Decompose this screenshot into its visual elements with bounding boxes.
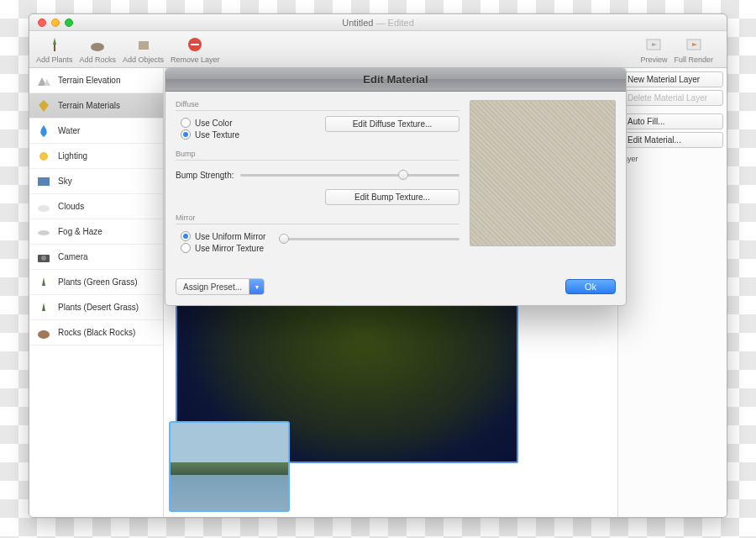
preview-button[interactable]: Preview [640,34,667,64]
toolbar: Add Plants Add Rocks Add Objects Remove … [29,31,727,68]
sidebar-item-label: Fog & Haze [58,227,102,236]
texture-preview [470,100,616,246]
title-subtext: — Edited [376,18,414,28]
preview-thumbnail[interactable] [169,421,290,512]
delete-material-button[interactable]: Delete Material Layer [622,90,723,106]
add-rocks-label: Add Rocks [80,55,117,64]
remove-layer-label: Remove Layer [171,55,220,64]
objects-icon [134,34,154,55]
render-icon [684,34,704,55]
sidebar-item-clouds[interactable]: Clouds [29,194,163,219]
layer-section-label: ayer [623,155,723,163]
svg-rect-13 [38,177,50,186]
sidebar-item-water[interactable]: Water [29,119,163,144]
sun-icon [34,147,53,166]
bump-group: Bump Bump Strength: Edit Bump Texture... [176,150,459,205]
preview-icon [643,34,664,55]
rocks-icon [87,34,108,55]
sidebar-item-fog-haze[interactable]: Fog & Haze [29,219,163,245]
sidebar-item-label: Clouds [58,202,84,211]
add-rocks-button[interactable]: Add Rocks [80,34,117,64]
plants-icon [45,34,65,55]
mountain-icon [34,71,53,90]
remove-icon [185,34,205,55]
use-mirror-texture-radio[interactable]: Use Mirror Texture [181,243,265,253]
add-plants-button[interactable]: Add Plants [36,34,73,64]
mirror-group: Mirror Use Uniform Mirror Use Mirror Tex… [176,214,459,255]
mirror-amount-slider[interactable] [279,233,459,245]
sidebar-item-camera[interactable]: Camera [29,245,163,270]
window-title: Untitled — Edited [29,18,727,28]
svg-marker-11 [39,100,49,112]
preview-label: Preview [640,55,667,64]
plant-icon [34,298,53,317]
cloud-icon [34,198,53,216]
diffuse-group: Diffuse Use Color Use Texture Edit Diffu… [176,100,459,141]
svg-rect-4 [191,44,199,45]
add-objects-label: Add Objects [123,55,164,64]
svg-point-1 [91,43,104,51]
camera-icon [34,248,53,266]
auto-fill-button[interactable]: Auto Fill... [622,113,723,129]
sidebar-item-plants-desert-grass-[interactable]: Plants (Desert Grass) [29,295,163,320]
svg-rect-0 [54,45,55,51]
bump-strength-slider[interactable] [240,169,459,181]
full-render-button[interactable]: Full Render [674,34,713,64]
sidebar-item-sky[interactable]: Sky [29,169,163,194]
full-render-label: Full Render [674,55,713,64]
sidebar-item-label: Plants (Desert Grass) [58,303,139,312]
plant-icon [34,273,53,292]
mirror-label: Mirror [176,214,459,224]
svg-rect-2 [139,41,149,50]
bump-strength-label: Bump Strength: [176,171,234,180]
titlebar: Untitled — Edited [29,14,727,31]
sidebar-item-label: Terrain Elevation [58,76,120,85]
sidebar: Terrain ElevationTerrain MaterialsWaterL… [29,68,164,517]
thumbnails [169,421,290,512]
chevron-down-icon: ▾ [249,279,264,294]
bump-label: Bump [176,150,459,161]
sidebar-item-plants-green-grass-[interactable]: Plants (Green Grass) [29,270,163,295]
remove-layer-button[interactable]: Remove Layer [171,34,220,64]
sky-icon [34,172,53,191]
right-panel: New Material Layer Delete Material Layer… [617,68,727,517]
water-icon [34,122,53,140]
svg-marker-10 [44,79,50,86]
add-objects-button[interactable]: Add Objects [123,34,164,64]
svg-point-18 [38,330,50,339]
assign-preset-select[interactable]: Assign Preset... ▾ [176,278,265,295]
sidebar-item-label: Water [58,126,80,135]
edit-material-dialog: Edit Material Diffuse Use Color Use Text… [165,67,627,306]
dialog-title: Edit Material [165,68,626,92]
ok-button[interactable]: Ok [565,279,616,294]
edit-material-button[interactable]: Edit Material... [622,132,723,148]
assign-preset-label: Assign Preset... [176,282,249,292]
sidebar-item-terrain-materials[interactable]: Terrain Materials [29,93,163,119]
sidebar-item-terrain-elevation[interactable]: Terrain Elevation [29,68,163,93]
fog-icon [34,223,53,241]
sidebar-item-label: Camera [58,252,88,261]
svg-point-17 [41,256,46,261]
sidebar-item-label: Plants (Green Grass) [58,277,137,287]
svg-point-15 [38,230,50,235]
sidebar-item-label: Lighting [58,151,87,161]
sidebar-item-lighting[interactable]: Lighting [29,144,163,169]
sidebar-item-label: Rocks (Black Rocks) [58,328,135,337]
mineral-icon [34,97,53,115]
use-texture-radio[interactable]: Use Texture [181,129,239,140]
svg-point-12 [39,152,48,161]
new-material-button[interactable]: New Material Layer [622,71,723,87]
edit-diffuse-texture-button[interactable]: Edit Diffuse Texture... [325,116,459,132]
sidebar-item-label: Terrain Materials [58,101,120,110]
sidebar-item-label: Sky [58,177,72,186]
add-plants-label: Add Plants [36,55,73,64]
svg-point-14 [38,205,50,212]
rock-icon [34,324,53,342]
diffuse-label: Diffuse [176,100,459,111]
use-color-radio[interactable]: Use Color [181,118,239,128]
title-text: Untitled [342,18,373,28]
use-uniform-mirror-radio[interactable]: Use Uniform Mirror [181,231,265,241]
edit-bump-texture-button[interactable]: Edit Bump Texture... [325,189,459,205]
sidebar-item-rocks-black-rocks-[interactable]: Rocks (Black Rocks) [29,320,163,345]
